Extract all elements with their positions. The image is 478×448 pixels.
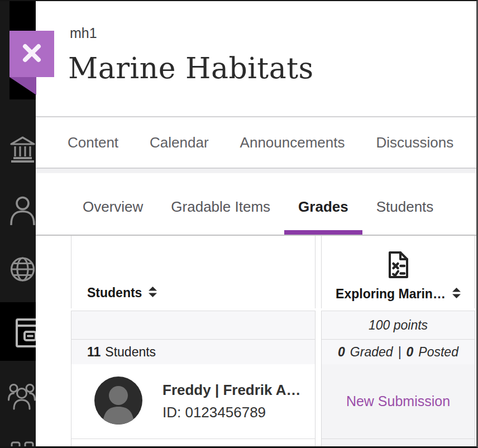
posted-label: Posted <box>418 345 458 360</box>
graded-posted-summary-cell: 0 Graded | 0 Posted <box>321 339 475 365</box>
nav-item-discussions[interactable]: Discussions <box>376 134 454 151</box>
posted-count: 0 <box>407 345 414 360</box>
student-id: ID: 0123456789 <box>162 404 301 421</box>
sidebar-item-tools[interactable] <box>11 441 36 448</box>
points-value: 100 points <box>369 318 428 333</box>
tab-grades[interactable]: Grades <box>284 173 362 235</box>
tools-icon <box>11 441 34 448</box>
students-header-label: Students <box>87 285 142 301</box>
app-window: mh1 Marine Habitats Content Calendar Ann… <box>0 0 478 448</box>
points-row-left-cell <box>71 311 316 340</box>
sort-arrows-icon <box>452 287 461 302</box>
tab-students[interactable]: Students <box>362 173 448 235</box>
student-count-label: Students <box>105 345 156 360</box>
next-row-grade-cell <box>321 439 475 446</box>
item-column-header[interactable]: Exploring Marin… <box>321 236 475 308</box>
separator: | <box>398 345 401 360</box>
item-header-label: Exploring Marin… <box>336 287 446 302</box>
sidebar-item-groups[interactable] <box>8 379 34 410</box>
assessment-document-icon <box>386 251 410 281</box>
points-cell: 100 points <box>321 311 475 340</box>
tab-overview[interactable]: Overview <box>69 173 157 235</box>
avatar <box>94 376 142 427</box>
students-summary-cell: 11 Students <box>71 339 316 365</box>
nav-item-calendar[interactable]: Calendar <box>150 134 209 151</box>
sidebar-item-globe[interactable] <box>9 256 36 283</box>
grade-cell[interactable]: New Submission <box>321 364 475 439</box>
graded-count: 0 <box>338 345 345 360</box>
tab-gradable-items[interactable]: Gradable Items <box>157 173 284 235</box>
page-title: Marine Habitats <box>68 51 314 85</box>
close-x-icon <box>20 41 44 67</box>
graded-label: Graded <box>350 345 393 360</box>
sidebar-item-profile[interactable] <box>9 196 36 225</box>
course-code: mh1 <box>70 25 97 41</box>
institution-icon <box>9 135 36 163</box>
profile-icon <box>9 196 36 225</box>
section-divider-strip <box>36 169 478 173</box>
grades-book-icon <box>16 318 36 347</box>
student-row[interactable]: Freddy | Fredrik A… ID: 0123456789 <box>71 364 316 439</box>
sort-arrows-icon <box>149 285 157 301</box>
new-submission-link: New Submission <box>346 393 450 409</box>
sidebar-item-institution[interactable] <box>9 135 36 163</box>
course-top-nav: Content Calendar Announcements Discussio… <box>36 116 478 169</box>
student-count: 11 <box>87 345 101 360</box>
nav-item-announcements[interactable]: Announcements <box>240 134 345 151</box>
sidebar-item-grades[interactable] <box>0 302 36 361</box>
gradebook-tabs: Overview Gradable Items Grades Students <box>36 173 478 235</box>
close-course-button[interactable] <box>9 31 54 77</box>
nav-item-content[interactable]: Content <box>68 134 118 151</box>
student-name: Freddy | Fredrik A… <box>162 382 301 399</box>
students-column-header[interactable]: Students <box>71 236 316 308</box>
globe-icon <box>9 256 36 283</box>
groups-icon <box>8 379 36 410</box>
next-row-left-cell <box>71 439 316 446</box>
